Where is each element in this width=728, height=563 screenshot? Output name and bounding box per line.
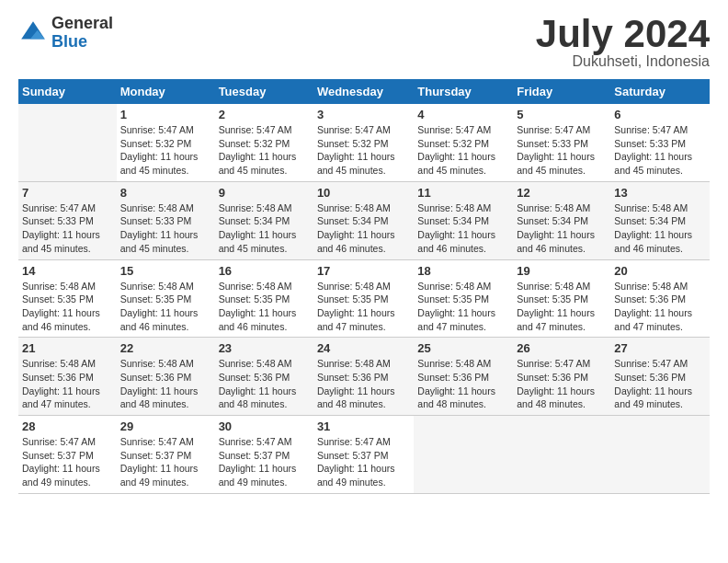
day-number: 8 [120, 186, 211, 200]
calendar-week-row: 1Sunrise: 5:47 AM Sunset: 5:32 PM Daylig… [18, 104, 710, 181]
table-row: 3Sunrise: 5:47 AM Sunset: 5:32 PM Daylig… [313, 104, 414, 181]
calendar-table: Sunday Monday Tuesday Wednesday Thursday… [18, 79, 710, 494]
day-info: Sunrise: 5:48 AM Sunset: 5:34 PM Dayligh… [317, 201, 410, 256]
day-info: Sunrise: 5:48 AM Sunset: 5:36 PM Dayligh… [417, 357, 509, 411]
day-number: 3 [317, 108, 410, 121]
col-thursday: Thursday [414, 79, 513, 104]
table-row: 23Sunrise: 5:48 AM Sunset: 5:36 PM Dayli… [215, 338, 313, 416]
table-row: 29Sunrise: 5:47 AM Sunset: 5:37 PM Dayli… [117, 416, 215, 494]
day-number: 20 [614, 264, 706, 278]
day-info: Sunrise: 5:47 AM Sunset: 5:37 PM Dayligh… [219, 435, 310, 489]
day-number: 9 [219, 186, 310, 200]
col-friday: Friday [513, 79, 610, 104]
logo-icon [18, 18, 48, 48]
day-info: Sunrise: 5:48 AM Sunset: 5:33 PM Dayligh… [120, 201, 211, 256]
calendar-week-row: 21Sunrise: 5:48 AM Sunset: 5:36 PM Dayli… [18, 338, 710, 416]
logo-general-text: General [51, 15, 113, 33]
table-row: 22Sunrise: 5:48 AM Sunset: 5:36 PM Dayli… [117, 338, 215, 416]
table-row: 9Sunrise: 5:48 AM Sunset: 5:34 PM Daylig… [215, 181, 313, 259]
table-row: 1Sunrise: 5:47 AM Sunset: 5:32 PM Daylig… [117, 104, 215, 181]
day-info: Sunrise: 5:47 AM Sunset: 5:32 PM Dayligh… [120, 123, 211, 178]
table-row: 27Sunrise: 5:47 AM Sunset: 5:36 PM Dayli… [610, 338, 710, 416]
day-number: 6 [614, 108, 706, 121]
day-number: 15 [120, 264, 211, 278]
table-row: 28Sunrise: 5:47 AM Sunset: 5:37 PM Dayli… [18, 416, 117, 494]
table-row: 30Sunrise: 5:47 AM Sunset: 5:37 PM Dayli… [215, 416, 313, 494]
table-row: 13Sunrise: 5:48 AM Sunset: 5:34 PM Dayli… [610, 181, 710, 259]
day-number: 29 [120, 419, 211, 433]
table-row: 8Sunrise: 5:48 AM Sunset: 5:33 PM Daylig… [117, 181, 215, 259]
day-info: Sunrise: 5:48 AM Sunset: 5:35 PM Dayligh… [22, 280, 113, 334]
day-number: 2 [219, 108, 310, 121]
day-number: 28 [22, 419, 113, 433]
day-info: Sunrise: 5:47 AM Sunset: 5:37 PM Dayligh… [22, 435, 113, 489]
day-info: Sunrise: 5:47 AM Sunset: 5:32 PM Dayligh… [317, 123, 410, 178]
day-number: 10 [317, 186, 410, 200]
day-number: 7 [22, 186, 113, 200]
table-row: 20Sunrise: 5:48 AM Sunset: 5:36 PM Dayli… [610, 259, 710, 338]
day-number: 24 [317, 341, 410, 355]
day-info: Sunrise: 5:47 AM Sunset: 5:32 PM Dayligh… [417, 123, 509, 178]
table-row: 15Sunrise: 5:48 AM Sunset: 5:35 PM Dayli… [117, 259, 215, 338]
col-sunday: Sunday [18, 79, 117, 104]
day-number: 31 [317, 419, 410, 433]
day-info: Sunrise: 5:47 AM Sunset: 5:36 PM Dayligh… [614, 357, 706, 411]
day-number: 11 [417, 186, 509, 200]
day-number: 21 [22, 341, 113, 355]
day-number: 16 [219, 264, 310, 278]
col-wednesday: Wednesday [313, 79, 414, 104]
col-saturday: Saturday [610, 79, 710, 104]
table-row: 2Sunrise: 5:47 AM Sunset: 5:32 PM Daylig… [215, 104, 313, 181]
table-row [414, 416, 513, 494]
day-number: 26 [517, 341, 607, 355]
table-row: 10Sunrise: 5:48 AM Sunset: 5:34 PM Dayli… [313, 181, 414, 259]
table-row: 6Sunrise: 5:47 AM Sunset: 5:33 PM Daylig… [610, 104, 710, 181]
day-info: Sunrise: 5:47 AM Sunset: 5:32 PM Dayligh… [219, 123, 310, 178]
table-row: 24Sunrise: 5:48 AM Sunset: 5:36 PM Dayli… [313, 338, 414, 416]
title-section: July 2024 Dukuhseti, Indonesia [536, 15, 710, 70]
day-info: Sunrise: 5:47 AM Sunset: 5:33 PM Dayligh… [517, 123, 607, 178]
table-row: 4Sunrise: 5:47 AM Sunset: 5:32 PM Daylig… [414, 104, 513, 181]
day-info: Sunrise: 5:48 AM Sunset: 5:35 PM Dayligh… [317, 280, 410, 334]
calendar-week-row: 28Sunrise: 5:47 AM Sunset: 5:37 PM Dayli… [18, 416, 710, 494]
day-info: Sunrise: 5:47 AM Sunset: 5:33 PM Dayligh… [22, 201, 113, 256]
day-info: Sunrise: 5:48 AM Sunset: 5:36 PM Dayligh… [317, 357, 410, 411]
day-number: 22 [120, 341, 211, 355]
day-number: 4 [417, 108, 509, 121]
page-header: General Blue July 2024 Dukuhseti, Indone… [18, 15, 710, 70]
day-info: Sunrise: 5:47 AM Sunset: 5:37 PM Dayligh… [317, 435, 410, 489]
day-number: 30 [219, 419, 310, 433]
table-row [513, 416, 610, 494]
table-row: 31Sunrise: 5:47 AM Sunset: 5:37 PM Dayli… [313, 416, 414, 494]
table-row: 19Sunrise: 5:48 AM Sunset: 5:35 PM Dayli… [513, 259, 610, 338]
col-tuesday: Tuesday [215, 79, 313, 104]
day-number: 17 [317, 264, 410, 278]
day-info: Sunrise: 5:48 AM Sunset: 5:35 PM Dayligh… [417, 280, 509, 334]
day-number: 14 [22, 264, 113, 278]
day-info: Sunrise: 5:48 AM Sunset: 5:34 PM Dayligh… [219, 201, 310, 256]
table-row: 25Sunrise: 5:48 AM Sunset: 5:36 PM Dayli… [414, 338, 513, 416]
table-row: 12Sunrise: 5:48 AM Sunset: 5:34 PM Dayli… [513, 181, 610, 259]
day-number: 25 [417, 341, 509, 355]
table-row: 21Sunrise: 5:48 AM Sunset: 5:36 PM Dayli… [18, 338, 117, 416]
table-row: 14Sunrise: 5:48 AM Sunset: 5:35 PM Dayli… [18, 259, 117, 338]
col-monday: Monday [117, 79, 215, 104]
day-info: Sunrise: 5:48 AM Sunset: 5:35 PM Dayligh… [219, 280, 310, 334]
day-info: Sunrise: 5:48 AM Sunset: 5:36 PM Dayligh… [22, 357, 113, 411]
month-title: July 2024 [536, 15, 710, 53]
location-text: Dukuhseti, Indonesia [536, 53, 710, 70]
table-row: 26Sunrise: 5:47 AM Sunset: 5:36 PM Dayli… [513, 338, 610, 416]
day-info: Sunrise: 5:48 AM Sunset: 5:34 PM Dayligh… [417, 201, 509, 256]
day-number: 12 [517, 186, 607, 200]
logo-blue-text: Blue [51, 33, 113, 52]
day-info: Sunrise: 5:48 AM Sunset: 5:35 PM Dayligh… [517, 280, 607, 334]
table-row: 5Sunrise: 5:47 AM Sunset: 5:33 PM Daylig… [513, 104, 610, 181]
day-info: Sunrise: 5:48 AM Sunset: 5:35 PM Dayligh… [120, 280, 211, 334]
logo-text: General Blue [51, 15, 113, 52]
table-row: 18Sunrise: 5:48 AM Sunset: 5:35 PM Dayli… [414, 259, 513, 338]
calendar-week-row: 14Sunrise: 5:48 AM Sunset: 5:35 PM Dayli… [18, 259, 710, 338]
table-row: 16Sunrise: 5:48 AM Sunset: 5:35 PM Dayli… [215, 259, 313, 338]
day-info: Sunrise: 5:48 AM Sunset: 5:34 PM Dayligh… [614, 201, 706, 256]
day-info: Sunrise: 5:48 AM Sunset: 5:36 PM Dayligh… [120, 357, 211, 411]
day-number: 1 [120, 108, 211, 121]
